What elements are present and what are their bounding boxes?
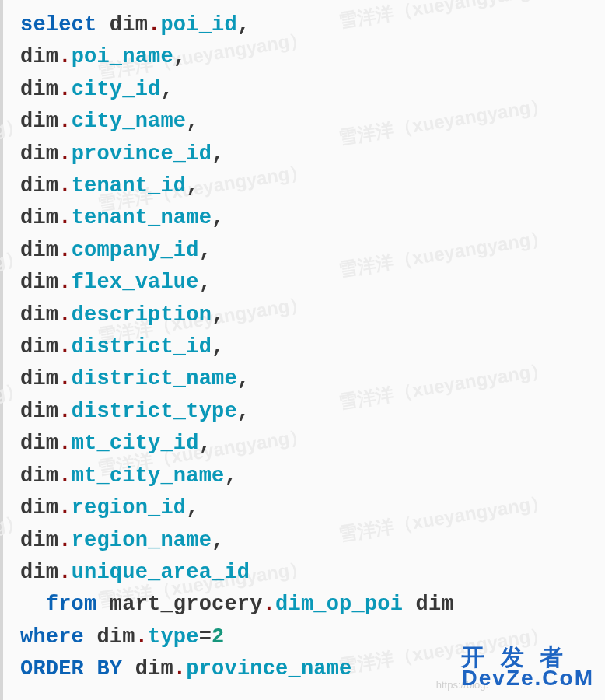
- col: company_id: [72, 239, 199, 262]
- alias: dim: [20, 45, 58, 68]
- alias: dim: [20, 78, 58, 101]
- alias: dim: [20, 335, 58, 359]
- alias: dim: [20, 142, 58, 166]
- col: city_name: [72, 110, 187, 133]
- alias: dim: [110, 13, 148, 37]
- alias: dim: [20, 110, 58, 133]
- col: region_id: [72, 496, 187, 520]
- col: description: [72, 303, 212, 327]
- col: city_id: [72, 78, 161, 101]
- col: mt_city_id: [72, 432, 199, 455]
- alias: dim: [20, 464, 58, 488]
- site-logo: 开 发 者 DevZe.CoM: [461, 646, 594, 689]
- where-val: 2: [212, 625, 224, 649]
- alias: dim: [96, 625, 135, 649]
- keyword-select: select: [20, 13, 96, 37]
- col: mt_city_name: [72, 464, 225, 488]
- col: poi_name: [72, 45, 173, 68]
- alias: dim: [20, 529, 58, 552]
- logo-line2: DevZe.CoM: [461, 668, 594, 689]
- col: tenant_name: [72, 206, 212, 229]
- alias: dim: [416, 593, 454, 616]
- col: tenant_id: [72, 174, 187, 198]
- alias: dim: [20, 174, 58, 198]
- alias: dim: [20, 432, 58, 455]
- alias: dim: [20, 271, 58, 294]
- keyword-where: where: [20, 625, 84, 649]
- col: unique_area_id: [72, 561, 250, 584]
- keyword-orderby: ORDER BY: [20, 657, 122, 681]
- alias: dim: [20, 367, 58, 390]
- code-block: ang） ang） ang） ang） 雪洋洋（xueyangyang） 雪洋洋…: [0, 0, 605, 700]
- col: flex_value: [72, 271, 199, 294]
- col: district_id: [72, 335, 212, 359]
- alias: dim: [20, 303, 58, 327]
- table: dim_op_poi: [275, 593, 403, 616]
- col: region_name: [72, 529, 212, 552]
- col: province_id: [72, 142, 212, 166]
- col: district_name: [72, 367, 237, 390]
- col: poi_id: [160, 13, 236, 37]
- logo-line1: 开 发 者: [461, 646, 594, 669]
- sql-code: select dim.poi_id, dim.poi_name, dim.cit…: [3, 0, 605, 686]
- orderby-col: province_name: [186, 657, 351, 681]
- alias: dim: [135, 657, 173, 681]
- alias: dim: [20, 496, 58, 520]
- col: district_type: [72, 400, 237, 423]
- alias: dim: [20, 206, 58, 229]
- keyword-from: from: [46, 593, 97, 616]
- alias: dim: [20, 400, 58, 423]
- where-col: type: [148, 625, 199, 649]
- alias: dim: [20, 239, 58, 262]
- schema: mart_grocery: [110, 593, 263, 616]
- alias: dim: [20, 561, 58, 584]
